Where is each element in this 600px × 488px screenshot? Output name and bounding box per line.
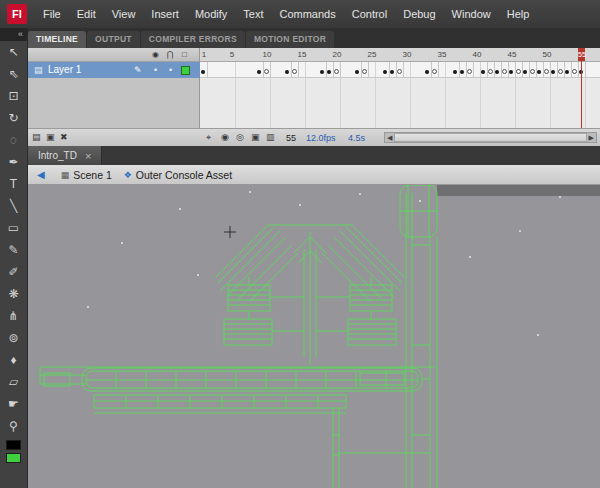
ruler-frame-15: 15: [294, 50, 310, 59]
free-transform-tool[interactable]: ⊡: [0, 85, 27, 107]
panel-tab-timeline[interactable]: TIMELINE: [28, 31, 86, 48]
frame-gridline: [340, 78, 341, 128]
layer-visibility-dot[interactable]: •: [154, 64, 157, 76]
keyframe-frame-1[interactable]: [201, 70, 205, 74]
empty-keyframe-frame-44[interactable]: [502, 69, 507, 74]
pen-tool[interactable]: ✒: [0, 151, 27, 173]
paint-bucket-tool[interactable]: ⊚: [0, 327, 27, 349]
keyframe-frame-51[interactable]: [551, 70, 555, 74]
menu-debug[interactable]: Debug: [395, 0, 443, 28]
keyframe-frame-45[interactable]: [509, 70, 513, 74]
3d-rotation-tool[interactable]: ↻: [0, 107, 27, 129]
show-hide-all-layers-icon[interactable]: ◉: [152, 49, 159, 61]
keyframe-frame-28[interactable]: [390, 70, 394, 74]
brush-tool[interactable]: ✐: [0, 261, 27, 283]
layer-frames-row[interactable]: [200, 62, 600, 78]
empty-keyframe-frame-34[interactable]: [432, 69, 437, 74]
deco-tool[interactable]: ❋: [0, 283, 27, 305]
empty-keyframe-frame-24[interactable]: [362, 69, 367, 74]
keyframe-frame-49[interactable]: [537, 70, 541, 74]
menu-help[interactable]: Help: [499, 0, 538, 28]
empty-keyframe-frame-48[interactable]: [530, 69, 535, 74]
keyframe-frame-41[interactable]: [481, 70, 485, 74]
panel-tab-compiler-errors[interactable]: COMPILER ERRORS: [141, 31, 245, 48]
scrollbar-thumb[interactable]: [394, 133, 586, 142]
pencil-tool[interactable]: ✎: [0, 239, 27, 261]
keyframe-frame-53[interactable]: [565, 70, 569, 74]
scroll-left-icon[interactable]: ◀: [385, 133, 394, 142]
rectangle-tool[interactable]: ▭: [0, 217, 27, 239]
keyframe-frame-13[interactable]: [285, 70, 289, 74]
subselection-tool[interactable]: ⇖: [0, 63, 27, 85]
outline-all-layers-icon[interactable]: □: [182, 49, 187, 61]
collapse-panel-button[interactable]: «: [0, 28, 27, 41]
new-layer-button[interactable]: ▤: [32, 132, 41, 143]
text-tool[interactable]: T: [0, 173, 27, 195]
close-tab-icon[interactable]: ×: [85, 150, 91, 162]
empty-keyframe-frame-50[interactable]: [544, 69, 549, 74]
keyframe-frame-47[interactable]: [523, 70, 527, 74]
empty-keyframe-frame-46[interactable]: [516, 69, 521, 74]
modify-markers-button[interactable]: ▥: [266, 132, 275, 143]
empty-keyframe-frame-42[interactable]: [488, 69, 493, 74]
empty-keyframe-frame-39[interactable]: [467, 69, 472, 74]
lasso-tool[interactable]: ◌: [0, 129, 27, 151]
scroll-right-icon[interactable]: ▶: [587, 133, 596, 142]
new-folder-button[interactable]: ▣: [46, 132, 55, 143]
keyframe-frame-23[interactable]: [355, 70, 359, 74]
lock-all-layers-icon[interactable]: ⋂: [167, 49, 174, 61]
menu-text[interactable]: Text: [235, 0, 271, 28]
elapsed-time-value[interactable]: 4.5s: [348, 133, 365, 143]
keyframe-frame-43[interactable]: [495, 70, 499, 74]
layer-lock-dot[interactable]: •: [169, 64, 172, 76]
timeline-horizontal-scrollbar[interactable]: ◀ ▶: [384, 132, 597, 143]
document-tab[interactable]: Intro_TD ×: [28, 146, 102, 165]
keyframe-frame-27[interactable]: [383, 70, 387, 74]
bone-tool[interactable]: ⋔: [0, 305, 27, 327]
empty-keyframe-frame-54[interactable]: [572, 69, 577, 74]
empty-keyframe-frame-29[interactable]: [397, 69, 402, 74]
keyframe-frame-37[interactable]: [453, 70, 457, 74]
onion-skin-button[interactable]: ◉: [221, 132, 229, 143]
empty-keyframe-frame-20[interactable]: [334, 69, 339, 74]
eyedropper-tool[interactable]: ♦: [0, 349, 27, 371]
empty-keyframe-frame-14[interactable]: [292, 69, 297, 74]
layer-outline-color-swatch[interactable]: [181, 66, 190, 75]
back-button[interactable]: ◀: [37, 169, 45, 180]
fill-color-swatch[interactable]: [6, 453, 21, 463]
stroke-color-swatch[interactable]: [6, 440, 21, 450]
selection-tool[interactable]: ↖: [0, 41, 27, 63]
menu-window[interactable]: Window: [444, 0, 499, 28]
panel-tab-motion-editor[interactable]: MOTION EDITOR: [246, 31, 334, 48]
center-frame-button[interactable]: ⌖: [206, 132, 211, 143]
menu-edit[interactable]: Edit: [69, 0, 104, 28]
menu-control[interactable]: Control: [344, 0, 395, 28]
stage[interactable]: [28, 185, 600, 488]
layer-row[interactable]: ▤ Layer 1 ✎ • •: [28, 62, 200, 78]
line-tool[interactable]: ╲: [0, 195, 27, 217]
menu-modify[interactable]: Modify: [187, 0, 235, 28]
empty-keyframe-frame-10[interactable]: [264, 69, 269, 74]
keyframe-frame-19[interactable]: [327, 70, 331, 74]
hand-tool[interactable]: ☛: [0, 393, 27, 415]
onion-skin-outlines-button[interactable]: ◎: [236, 132, 244, 143]
edit-multiple-frames-button[interactable]: ▣: [251, 132, 260, 143]
frame-ruler[interactable]: 15101520253035404550: [200, 48, 600, 62]
empty-keyframe-frame-52[interactable]: [558, 69, 563, 74]
keyframe-frame-18[interactable]: [320, 70, 324, 74]
menu-commands[interactable]: Commands: [271, 0, 343, 28]
keyframe-frame-38[interactable]: [460, 70, 464, 74]
scene-breadcrumb[interactable]: Scene 1: [73, 169, 112, 181]
eraser-tool[interactable]: ▱: [0, 371, 27, 393]
panel-tab-output[interactable]: OUTPUT: [87, 31, 140, 48]
playhead[interactable]: 55: [578, 48, 585, 61]
delete-layer-button[interactable]: ✖: [60, 132, 68, 143]
menu-view[interactable]: View: [104, 0, 144, 28]
frame-cell-border: [473, 62, 474, 78]
menu-insert[interactable]: Insert: [143, 0, 187, 28]
keyframe-frame-9[interactable]: [257, 70, 261, 74]
keyframe-frame-33[interactable]: [425, 70, 429, 74]
frame-rate-value[interactable]: 12.0fps: [306, 133, 336, 143]
zoom-tool[interactable]: ⚲: [0, 415, 27, 437]
menu-file[interactable]: File: [35, 0, 69, 28]
